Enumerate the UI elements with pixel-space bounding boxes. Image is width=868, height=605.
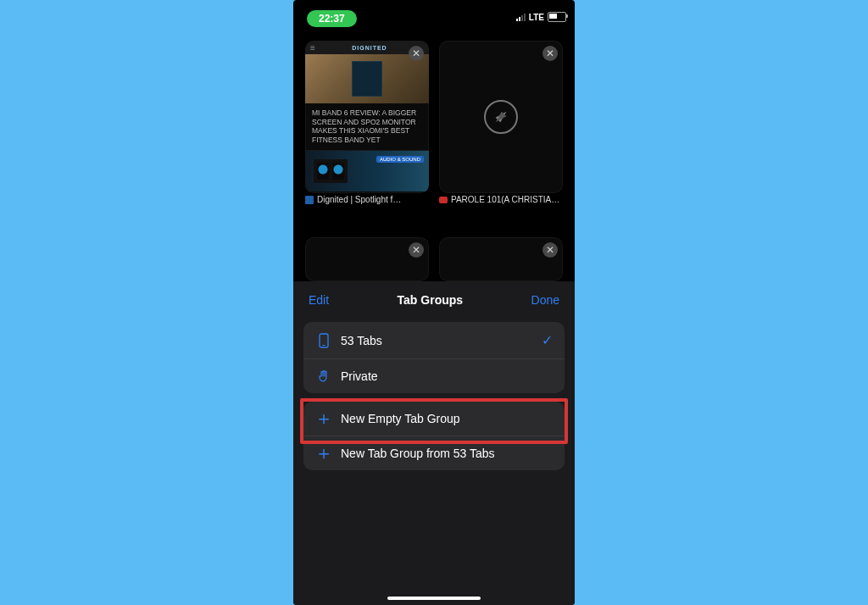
tab-preview-card[interactable]: ≡ DIGNITED MI BAND 6 REVIEW: A BIGGER SC…: [305, 41, 429, 193]
device-icon: [315, 333, 332, 348]
tab-grid-row-2: ✕ ✕: [305, 237, 563, 281]
sheet-header: Edit Tab Groups Done: [293, 281, 575, 317]
edit-button[interactable]: Edit: [309, 293, 329, 307]
tab-item[interactable]: ≡ DIGNITED MI BAND 6 REVIEW: A BIGGER SC…: [305, 41, 429, 210]
favicon-icon: [305, 196, 314, 204]
hamburger-icon: ≡: [310, 43, 315, 53]
close-icon[interactable]: ✕: [409, 46, 424, 61]
favicon-icon: [439, 197, 448, 203]
svg-rect-1: [323, 345, 326, 346]
done-button[interactable]: Done: [531, 293, 559, 307]
tab-groups-list: 53 Tabs ✓ Private: [303, 322, 565, 393]
category-tag: AUDIO & SOUND: [376, 156, 424, 163]
status-time-pill[interactable]: 22:37: [307, 10, 357, 27]
tabs-count-row[interactable]: 53 Tabs ✓: [303, 322, 565, 358]
speakers-image: [314, 159, 348, 183]
private-row[interactable]: Private: [303, 358, 565, 393]
tab-caption: PAROLE 101(A CHRISTIA…: [439, 195, 563, 204]
close-icon[interactable]: ✕: [542, 46, 558, 61]
tabs-count-label: 53 Tabs: [341, 334, 382, 347]
tab-caption-text: PAROLE 101(A CHRISTIA…: [451, 195, 559, 204]
tab-preview-card[interactable]: ✕: [305, 237, 429, 281]
private-label: Private: [341, 369, 378, 383]
tab-item[interactable]: ✕ PAROLE 101(A CHRISTIA…: [439, 41, 563, 210]
signal-icon: [516, 14, 526, 21]
secondary-article-strip: AUDIO & SOUND: [305, 150, 429, 191]
tab-preview-card[interactable]: ✕: [439, 237, 563, 281]
new-from-label: New Tab Group from 53 Tabs: [341, 447, 495, 460]
battery-icon: [548, 12, 566, 22]
article-hero-image: [305, 54, 429, 103]
close-icon[interactable]: ✕: [542, 242, 558, 258]
phone-frame: 22:37 LTE ≡ DIGNITED MI BAND 6 REVIEW: A…: [293, 0, 575, 605]
sheet-title: Tab Groups: [398, 293, 464, 307]
new-empty-group-row[interactable]: ＋ New Empty Tab Group: [303, 402, 565, 436]
status-right: LTE: [516, 12, 566, 22]
tab-caption-text: Dignited | Spotlight f…: [317, 195, 401, 204]
new-group-from-tabs-row[interactable]: ＋ New Tab Group from 53 Tabs: [303, 436, 565, 470]
tab-groups-sheet: Edit Tab Groups Done 53 Tabs ✓ Private ＋: [293, 281, 575, 605]
status-bar: 22:37 LTE: [293, 10, 575, 29]
article-title: MI BAND 6 REVIEW: A BIGGER SCREEN AND SP…: [305, 103, 429, 150]
tab-caption: Dignited | Spotlight f…: [305, 195, 429, 204]
tab-preview-card[interactable]: ✕: [439, 41, 563, 193]
privacy-icon: [315, 369, 332, 383]
home-indicator[interactable]: [387, 597, 481, 600]
compass-icon: [484, 100, 518, 134]
carrier-label: LTE: [529, 13, 544, 22]
status-time-text: 22:37: [319, 13, 345, 25]
close-icon[interactable]: ✕: [409, 242, 424, 258]
selected-check-icon: ✓: [542, 332, 553, 348]
new-group-list: ＋ New Empty Tab Group ＋ New Tab Group fr…: [303, 402, 565, 470]
site-brand: DIGNITED: [352, 45, 387, 51]
new-empty-label: New Empty Tab Group: [341, 412, 460, 425]
